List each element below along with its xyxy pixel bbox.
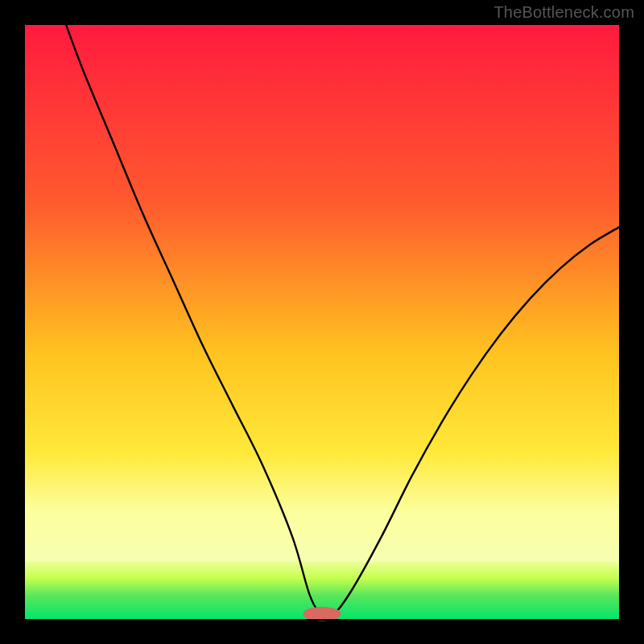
chart-container: TheBottleneck.com [0, 0, 644, 644]
bottleneck-chart [0, 0, 644, 644]
optimal-marker [303, 607, 341, 621]
plot-background [24, 24, 620, 620]
